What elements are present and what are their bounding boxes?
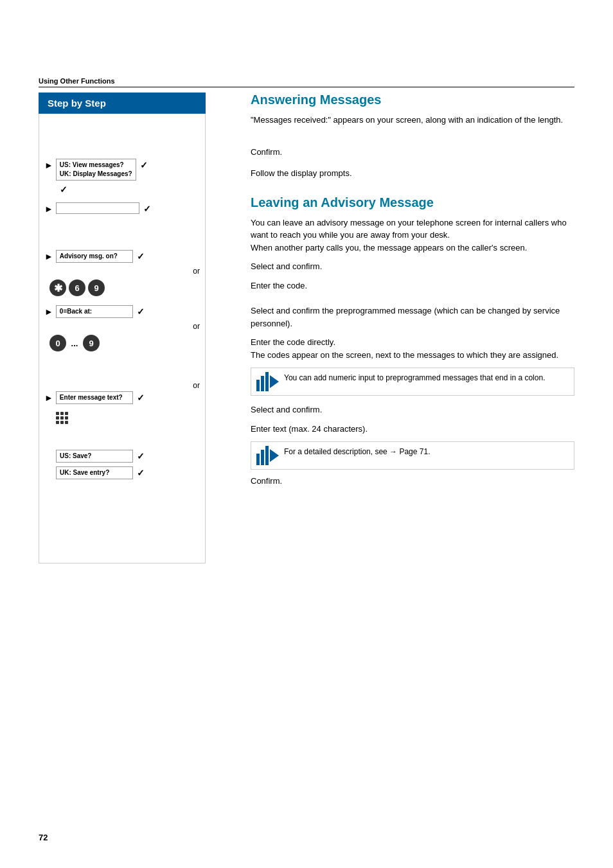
or-text-1: or [44,267,205,276]
bar3 [265,372,269,391]
note-arrow-icon-1 [256,372,279,391]
advisory-box-1: Advisory msg. on? [56,250,133,263]
advisory-step1-desc: Select and confirm. [251,260,574,273]
dots: ... [69,339,80,348]
code-keys-2: 0 ... 9 [44,335,200,351]
arrow-icon: ► [44,160,53,170]
page-number: 72 [39,833,48,842]
answering-confirm-text: Confirm. [251,146,574,159]
advisory-step4-desc: Confirm. [251,475,574,488]
check-icon-1b: ✓ [60,184,67,195]
note-text-1: You can add numeric input to preprogramm… [284,372,545,384]
step-by-step-header: Step by Step [39,93,206,114]
check-icon-3: ✓ [137,251,145,261]
advisory-step1-code-desc: Enter the code. [251,279,574,292]
check-icon-4: ✓ [137,306,145,317]
advisory-step4a: US: Save? ✓ [44,450,200,463]
step-box-us-view: US: View messages? UK: Display Messages? [56,159,136,181]
left-column: Step by Step ► US: View messages? UK: Di… [39,93,238,563]
advisory-step1: ► Advisory msg. on? ✓ [44,250,200,263]
advisory-step3-desc: Select and confirm. [251,403,574,416]
check-icon-1: ✓ [140,160,148,170]
keyboard-icon-wrapper [56,409,200,424]
answering-follow-text: Follow the display prompts. [251,167,574,180]
key-star: ✱ [49,279,66,296]
note-box-1: You can add numeric input to preprogramm… [251,368,574,396]
bars-icon-1 [256,372,269,391]
right-column: Answering Messages "Messages received:" … [238,93,574,563]
check-icon-6: ✓ [137,451,145,461]
check-icon-2: ✓ [143,204,151,214]
advisory-step2-desc: Select and confirm the preprogrammed mes… [251,305,574,330]
check-icon-5: ✓ [137,393,145,403]
empty-step-box [56,202,139,214]
answering-title: Answering Messages [251,93,574,107]
advisory-step2-code-desc: Enter the code directly. The codes appea… [251,336,574,361]
note-box-2: For a detailed description, see → Page 7… [251,441,574,470]
step-boxes: US: View messages? UK: Display Messages? [56,159,136,181]
bars-icon-2 [256,446,269,465]
answering-step1: ► US: View messages? UK: Display Message… [44,159,200,181]
note-arrow-icon-2 [256,446,279,465]
arrow-tri-1 [270,375,279,388]
section-label: Using Other Functions [39,77,574,87]
arrow-tri-2 [270,449,279,462]
check-icon-7: ✓ [137,468,145,478]
answering-step1b: ✓ [56,183,200,195]
or-text-2: or [44,322,205,331]
advisory-title: Leaving an Advisory Message [251,195,574,210]
advisory-step3-kbd-desc: Enter text (max. 24 characters). [251,423,574,436]
key-0: 0 [49,335,66,351]
advisory-box-3: Enter message text? [56,391,133,404]
key-9: 9 [88,279,105,296]
keyboard-grid-icon [56,412,195,424]
advisory-step2: ► 0=Back at: ✓ [44,305,200,318]
code-keys-1: ✱ 6 9 [44,279,200,296]
answering-step2: ► ✓ [44,202,200,214]
page: Using Other Functions Step by Step ► US:… [0,0,613,868]
bar1 [256,380,260,391]
main-layout: Step by Step ► US: View messages? UK: Di… [39,93,574,563]
advisory-intro: You can leave an advisory message on you… [251,217,574,254]
arrow-icon-3: ► [44,251,53,261]
or-text-3: or [44,381,205,390]
bar1b [256,454,260,465]
bar3b [265,446,269,465]
advisory-step4b: UK: Save entry? ✓ [44,466,200,479]
advisory-box-2: 0=Back at: [56,305,133,318]
arrow-icon-5: ► [44,393,53,403]
advisory-box-save-us: US: Save? [56,450,133,463]
key-9b: 9 [83,335,100,351]
arrow-icon-2: ► [44,204,53,214]
answering-intro: "Messages received:" appears on your scr… [251,114,574,127]
answering-section: Answering Messages "Messages received:" … [251,93,574,180]
advisory-step3: ► Enter message text? ✓ [44,391,200,404]
key-6: 6 [69,279,85,296]
advisory-section: Leaving an Advisory Message You can leav… [251,195,574,488]
bar2 [261,376,264,391]
advisory-box-save-uk: UK: Save entry? [56,466,133,479]
left-steps-container: ► US: View messages? UK: Display Message… [39,114,206,563]
bar2b [261,450,264,465]
note-text-2: For a detailed description, see → Page 7… [284,446,430,457]
arrow-icon-4: ► [44,306,53,317]
